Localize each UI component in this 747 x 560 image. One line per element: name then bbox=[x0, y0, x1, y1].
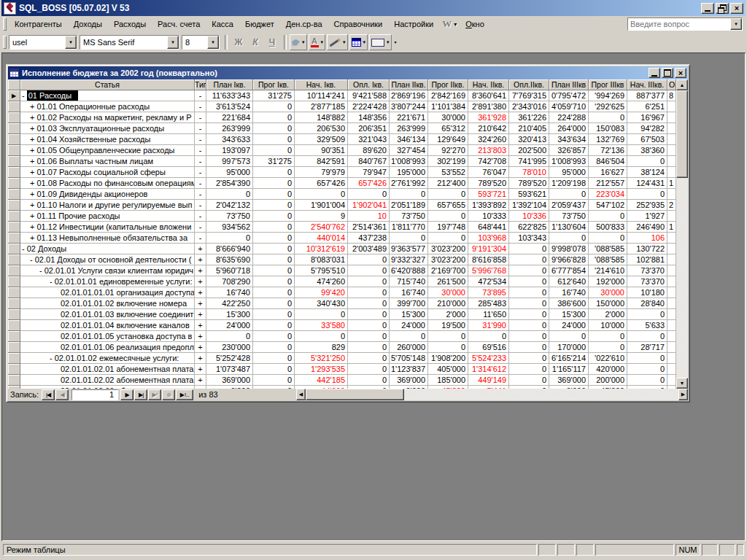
column-header[interactable]: Прог IIкв. bbox=[428, 79, 468, 90]
row-selector[interactable] bbox=[8, 167, 20, 178]
value-cell[interactable] bbox=[667, 189, 676, 200]
value-cell[interactable]: 0 bbox=[348, 298, 390, 309]
type-cell[interactable]: - bbox=[195, 167, 206, 178]
row-selector[interactable] bbox=[8, 123, 20, 134]
value-cell[interactable]: 65'312 bbox=[428, 123, 468, 134]
value-cell[interactable] bbox=[667, 211, 676, 222]
type-cell[interactable]: - bbox=[195, 101, 206, 112]
table-row[interactable]: + 01.02 Расходы на маркетинг, рекламу и … bbox=[8, 112, 676, 123]
value-cell[interactable]: 2'059'437 bbox=[549, 200, 589, 211]
value-cell[interactable]: 2'540'762 bbox=[295, 222, 348, 233]
row-selector[interactable] bbox=[8, 254, 20, 265]
record-number-input[interactable] bbox=[71, 389, 118, 400]
scroll-left-button[interactable]: ◀ bbox=[296, 389, 306, 400]
article-cell[interactable]: - 02.01.01.01 единовременные услуги: bbox=[20, 276, 195, 287]
type-cell[interactable]: + bbox=[195, 298, 206, 309]
value-cell[interactable]: 0 bbox=[627, 331, 667, 342]
value-cell[interactable]: 210'405 bbox=[509, 123, 549, 134]
value-cell[interactable]: 0 bbox=[549, 331, 589, 342]
value-cell[interactable] bbox=[667, 112, 676, 123]
value-cell[interactable]: 0 bbox=[253, 287, 295, 298]
value-cell[interactable]: 0 bbox=[428, 189, 468, 200]
h-scrollbar[interactable]: ◀ ▶ bbox=[296, 389, 688, 400]
value-cell[interactable]: 369'000 bbox=[390, 375, 428, 386]
value-cell[interactable]: 15'300 bbox=[206, 309, 253, 320]
value-cell[interactable]: 73'750 bbox=[390, 211, 428, 222]
row-selector[interactable] bbox=[8, 189, 20, 200]
value-cell[interactable]: 0 bbox=[509, 331, 549, 342]
table-row[interactable]: - 02 Доходы+8'666'940010'312'6192'003'48… bbox=[8, 244, 676, 254]
question-dropdown-icon[interactable]: ▾ bbox=[730, 18, 742, 30]
value-cell[interactable]: 9 bbox=[295, 211, 348, 222]
type-cell[interactable]: + bbox=[195, 265, 206, 276]
value-cell[interactable]: 0 bbox=[253, 244, 295, 254]
row-selector[interactable] bbox=[8, 200, 20, 211]
article-cell[interactable]: + 01.07 Расходы социальной сферы bbox=[20, 167, 195, 178]
value-cell[interactable]: 0 bbox=[348, 287, 390, 298]
type-cell[interactable]: - bbox=[195, 233, 206, 244]
row-selector[interactable] bbox=[8, 265, 20, 276]
value-cell[interactable]: 6'777'854 bbox=[549, 265, 589, 276]
value-cell[interactable]: 742'708 bbox=[468, 156, 509, 167]
value-cell[interactable]: 230'000 bbox=[206, 342, 253, 353]
table-row[interactable]: 02.01.01.01.05 установка доступа в+00000… bbox=[8, 331, 676, 342]
goto-last-button[interactable]: ▶!.. bbox=[176, 389, 193, 400]
value-cell[interactable]: 789'520 bbox=[468, 178, 509, 189]
value-cell[interactable]: 0 bbox=[253, 364, 295, 375]
value-cell[interactable]: 840'767 bbox=[348, 156, 390, 167]
row-selector[interactable] bbox=[8, 298, 20, 309]
value-cell[interactable]: 0 bbox=[627, 309, 667, 320]
value-cell[interactable]: 0 bbox=[253, 233, 295, 244]
value-cell[interactable]: 8'666'940 bbox=[206, 244, 253, 254]
new-record-button[interactable]: ▶* bbox=[148, 389, 161, 400]
value-cell[interactable]: 8'635'690 bbox=[206, 254, 253, 265]
article-cell[interactable]: 02.01.01.01.02 включение номера bbox=[20, 298, 195, 309]
article-cell[interactable]: + 01.12 Инвестиции (капитальные вложени bbox=[20, 222, 195, 233]
value-cell[interactable]: 302'199 bbox=[428, 156, 468, 167]
value-cell[interactable]: 0 bbox=[253, 254, 295, 265]
value-cell[interactable]: 28'840 bbox=[627, 298, 667, 309]
type-cell[interactable]: - bbox=[195, 211, 206, 222]
row-selector[interactable] bbox=[8, 156, 20, 167]
value-cell[interactable]: 0 bbox=[253, 178, 295, 189]
value-cell[interactable] bbox=[667, 375, 676, 386]
row-selector[interactable] bbox=[8, 342, 20, 353]
value-cell[interactable]: 1'293'535 bbox=[295, 364, 348, 375]
value-cell[interactable]: 846'504 bbox=[589, 156, 627, 167]
value-cell[interactable]: 130'722 bbox=[627, 244, 667, 254]
value-cell[interactable]: 997'573 bbox=[206, 156, 253, 167]
value-cell[interactable]: 5'705'148 bbox=[390, 353, 428, 364]
value-cell[interactable]: 0 bbox=[509, 309, 549, 320]
value-cell[interactable]: 386'600 bbox=[549, 298, 589, 309]
value-cell[interactable]: 648'441 bbox=[468, 222, 509, 233]
value-cell[interactable]: 0 bbox=[253, 375, 295, 386]
value-cell[interactable]: '088'585 bbox=[589, 254, 627, 265]
value-cell[interactable]: 95'000 bbox=[206, 167, 253, 178]
h-scroll-track[interactable] bbox=[306, 389, 678, 400]
value-cell[interactable]: 1'392'104 bbox=[509, 200, 549, 211]
value-cell[interactable]: 73'750 bbox=[549, 211, 589, 222]
size-combo[interactable]: 8 ▾ bbox=[182, 35, 220, 50]
article-cell[interactable]: + 01.04 Хозяйственные расходы bbox=[20, 134, 195, 145]
value-cell[interactable]: 195'000 bbox=[390, 167, 428, 178]
row-selector[interactable] bbox=[8, 134, 20, 145]
value-cell[interactable] bbox=[667, 331, 676, 342]
value-cell[interactable]: 10'000 bbox=[589, 320, 627, 331]
question-combo[interactable]: ▾ bbox=[627, 18, 743, 31]
word-tool-icon[interactable]: W ▾ bbox=[442, 18, 457, 30]
value-cell[interactable]: 9'363'577 bbox=[390, 244, 428, 254]
v-scrollbar[interactable]: ▲ ▼ bbox=[676, 79, 688, 389]
value-cell[interactable]: 0 bbox=[428, 211, 468, 222]
menubar-grip[interactable] bbox=[3, 18, 7, 31]
column-header[interactable]: Прог IIIкв bbox=[589, 79, 627, 90]
value-cell[interactable]: 0 bbox=[295, 331, 348, 342]
value-cell[interactable] bbox=[667, 276, 676, 287]
value-cell[interactable]: 16'627 bbox=[589, 167, 627, 178]
column-header[interactable]: Опл. bbox=[667, 79, 676, 90]
scroll-right-button[interactable]: ▶ bbox=[678, 389, 688, 400]
column-header[interactable]: План IIкв. bbox=[390, 79, 428, 90]
value-cell[interactable]: 0 bbox=[348, 375, 390, 386]
value-cell[interactable]: 326'857 bbox=[549, 145, 589, 156]
font-combo[interactable]: MS Sans Serif ▾ bbox=[80, 35, 179, 50]
article-cell[interactable]: + 01.10 Налоги и другие регулируемые вып bbox=[20, 200, 195, 211]
